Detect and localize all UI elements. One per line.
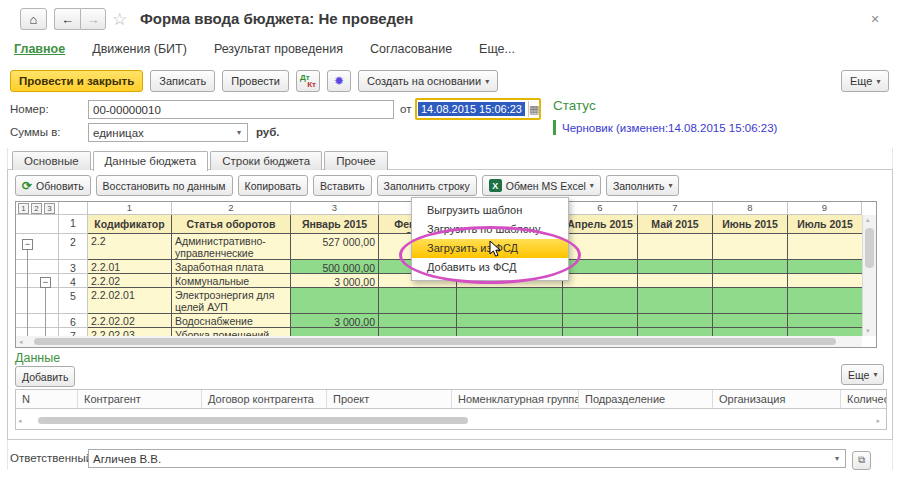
nav-item-movements[interactable]: Движения (БИТ)	[92, 42, 187, 56]
post-and-close-button[interactable]: Провести и закрыть	[10, 70, 143, 92]
copy-button[interactable]: Копировать	[238, 175, 309, 196]
cell-item[interactable]: Водоснабжение	[172, 314, 291, 328]
column-number[interactable]: 1	[88, 202, 172, 215]
group-level-3-button[interactable]: 3	[44, 203, 55, 214]
tab-other[interactable]: Прочее	[324, 151, 388, 170]
menu-item-load-by-template[interactable]: Загрузить по шаблону	[412, 220, 568, 239]
table-row[interactable]: 5 2.2.02.01 Электроэнергия для целей АУП	[16, 288, 862, 314]
nav-item-more[interactable]: Еще...	[479, 42, 515, 56]
vertical-scrollbar-thumb[interactable]	[865, 228, 874, 268]
group-level-1-button[interactable]: 1	[18, 203, 29, 214]
date-field[interactable]: 14.08.2015 15:06:23 ▦	[415, 98, 541, 120]
horizontal-scrollbar-thumb[interactable]	[34, 338, 836, 345]
cell-jan[interactable]: 3 000,00	[291, 274, 379, 288]
column-number[interactable]: 8	[713, 202, 788, 215]
data-scrollbar-thumb[interactable]	[38, 417, 468, 424]
date-value-selected[interactable]: 14.08.2015 15:06:23	[418, 102, 525, 116]
header-month[interactable]: Январь 2015	[291, 215, 379, 234]
lamp-button[interactable]: ✹	[327, 70, 351, 92]
cell-code[interactable]: 2.2	[88, 234, 172, 260]
nav-item-posting-result[interactable]: Результат проведения	[214, 42, 343, 56]
cell-code[interactable]: 2.2.02	[88, 274, 172, 288]
column-number[interactable]: 6	[563, 202, 638, 215]
responsible-select[interactable]: Агличев В.В. ▾	[88, 449, 846, 468]
column-number[interactable]: 3	[291, 202, 379, 215]
calendar-icon[interactable]: ▦	[528, 101, 539, 117]
dtkt-button[interactable]: ДтКт	[296, 70, 320, 92]
close-icon[interactable]: ×	[871, 11, 879, 27]
header-month[interactable]: Май 2015	[638, 215, 713, 234]
home-button[interactable]: ⌂	[20, 8, 47, 30]
menu-item-load-from-fsd[interactable]: Загрузить из ФСД	[412, 239, 568, 258]
data-horizontal-scrollbar[interactable]: ◂	[18, 416, 856, 425]
header-codifier[interactable]: Кодификатор	[88, 215, 172, 234]
fill-button[interactable]: Заполнить▾	[606, 175, 680, 196]
header-month[interactable]: Июль 2015	[788, 215, 862, 234]
group-level-2-button[interactable]: 2	[31, 203, 42, 214]
table-row[interactable]: 7 2.2.02.03 Уборка помещений	[16, 328, 862, 336]
row-number[interactable]: 1	[59, 215, 88, 234]
more-button-top[interactable]: Еще▾	[841, 70, 889, 92]
scroll-left-icon[interactable]: ◂	[18, 417, 22, 425]
column-number[interactable]: 7	[638, 202, 713, 215]
cell-code[interactable]: 2.2.02.02	[88, 314, 172, 328]
scroll-up-icon[interactable]: ▴	[866, 216, 870, 224]
paste-button[interactable]: Вставить	[313, 175, 372, 196]
header-turnover-item[interactable]: Статья оборотов	[172, 215, 291, 234]
horizontal-scrollbar[interactable]: ◂	[16, 336, 862, 347]
cell-item[interactable]: Коммунальные расходы	[172, 274, 291, 288]
fill-row-button[interactable]: Заполнить строку	[377, 175, 477, 196]
header-month[interactable]: Июнь 2015	[713, 215, 788, 234]
column-number[interactable]: 9	[788, 202, 862, 215]
menu-item-add-from-fsd[interactable]: Добавить из ФСД	[412, 258, 568, 277]
table-row[interactable]: 6 2.2.02.02 Водоснабжение 3 000,00	[16, 314, 862, 328]
column-header[interactable]: Номенклатурная группа	[452, 390, 579, 408]
cell-code[interactable]: 2.2.02.03	[88, 328, 172, 336]
forward-button[interactable]: →	[80, 8, 106, 30]
column-header[interactable]: N	[16, 390, 78, 408]
cell-item[interactable]: Электроэнергия для целей АУП	[172, 288, 291, 314]
column-header[interactable]: Договор контрагента	[202, 390, 327, 408]
open-responsible-button[interactable]: ⧉	[852, 449, 871, 470]
create-based-on-button[interactable]: Создать на основании▾	[358, 70, 498, 92]
nav-item-main[interactable]: Главное	[14, 42, 65, 56]
tab-budget-data[interactable]: Данные бюджета	[93, 151, 209, 171]
cell-jan[interactable]	[291, 328, 379, 336]
add-button[interactable]: Добавить	[15, 366, 75, 387]
back-button[interactable]: ←	[54, 8, 80, 30]
column-header[interactable]: Количество	[841, 390, 886, 408]
sums-select[interactable]: единицах ▾	[88, 123, 248, 142]
nav-item-approval[interactable]: Согласование	[370, 42, 452, 56]
more-button-data[interactable]: Еще▾	[841, 364, 884, 385]
restore-by-data-button[interactable]: Восстановить по данным	[96, 175, 233, 196]
menu-item-unload-template[interactable]: Выгрузить шаблон	[412, 201, 568, 220]
column-header[interactable]: Подразделение	[579, 390, 713, 408]
excel-exchange-button[interactable]: XОбмен MS Excel▾	[482, 175, 601, 196]
cell-jan[interactable]: 500 000,00	[291, 260, 379, 274]
cell-jan[interactable]: 527 000,00	[291, 234, 379, 260]
save-button[interactable]: Записать	[150, 70, 215, 92]
chevron-down-icon: ▾	[873, 370, 877, 379]
column-header[interactable]: Контрагент	[78, 390, 202, 408]
cell-item[interactable]: Заработная плата АУП	[172, 260, 291, 274]
column-header[interactable]: Проект	[327, 390, 452, 408]
column-header[interactable]: Организация	[713, 390, 841, 408]
tab-budget-lines[interactable]: Строки бюджета	[210, 151, 322, 170]
post-button[interactable]: Провести	[222, 70, 289, 92]
favorite-star-icon[interactable]: ☆	[112, 9, 127, 30]
cell-item[interactable]: Административно-управленческие расходы	[172, 234, 291, 260]
cell-jan[interactable]	[291, 288, 379, 314]
column-number[interactable]: 2	[172, 202, 291, 215]
tab-main[interactable]: Основные	[12, 151, 91, 170]
number-input[interactable]	[88, 100, 394, 119]
cell-code[interactable]: 2.2.02.01	[88, 288, 172, 314]
cell-item[interactable]: Уборка помещений	[172, 328, 291, 336]
refresh-button[interactable]: ⟳Обновить	[15, 175, 91, 196]
scroll-left-icon[interactable]: ◂	[19, 338, 23, 346]
scroll-down-icon[interactable]: ▾	[866, 327, 870, 335]
scroll-right-icon[interactable]: ▸	[876, 417, 880, 425]
cell-code[interactable]: 2.2.01	[88, 260, 172, 274]
cell-jan[interactable]: 3 000,00	[291, 314, 379, 328]
header-month[interactable]: Апрель 2015	[563, 215, 638, 234]
vertical-scrollbar[interactable]: ▴ ▾	[862, 215, 876, 336]
